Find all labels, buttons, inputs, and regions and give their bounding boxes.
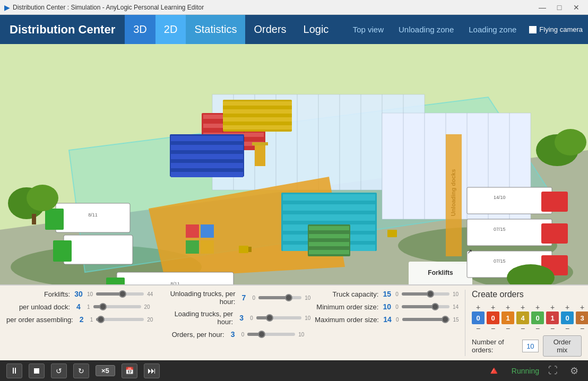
min-order-size-min: 0	[395, 304, 399, 310]
svg-rect-65	[64, 235, 133, 264]
unloading-trucks-min: 0	[252, 295, 255, 301]
svg-text:07/15: 07/15	[494, 258, 506, 264]
color-box-1[interactable]: 0	[487, 311, 499, 324]
minus-btn-3[interactable]: −	[521, 325, 525, 332]
top-view-link[interactable]: Top view	[345, 15, 391, 44]
plus-btn-7[interactable]: +	[580, 304, 584, 311]
orders-per-hour-value: 3	[227, 330, 239, 339]
color-box-0[interactable]: 0	[472, 311, 485, 324]
num-orders-value[interactable]: 10	[522, 340, 538, 352]
plus-btn-4[interactable]: +	[535, 304, 540, 311]
minimize-button[interactable]: —	[535, 2, 550, 13]
minus-btn-2[interactable]: −	[506, 325, 510, 332]
color-box-col-2: + 1 −	[501, 304, 514, 332]
per-unload-dock-value: 4	[72, 302, 85, 311]
svg-rect-36	[171, 136, 243, 141]
svg-rect-38	[171, 154, 243, 159]
loading-trucks-max: 10	[305, 315, 310, 321]
forklifts-slider[interactable]	[96, 292, 144, 296]
max-order-size-max: 15	[453, 317, 459, 323]
tab-3d[interactable]: 3D	[125, 15, 155, 44]
calendar-button[interactable]: 📅	[122, 363, 137, 378]
forward-icon: ⏭	[148, 366, 156, 376]
loading-trucks-value: 3	[235, 314, 248, 322]
orders-panel: Create orders + 0 − + 0 − + 1 − +	[465, 290, 582, 356]
loading-zone-link[interactable]: Loading zone	[461, 15, 524, 44]
stop-button[interactable]: ⏹	[29, 363, 45, 378]
unloading-trucks-value: 7	[237, 293, 250, 302]
minus-btn-1[interactable]: −	[491, 325, 495, 332]
speed-label: ×5	[101, 367, 109, 375]
minus-btn-4[interactable]: −	[535, 325, 540, 332]
order-mix-button[interactable]: Order mix	[543, 335, 582, 357]
plus-btn-3[interactable]: +	[521, 304, 525, 311]
flying-camera-checkbox[interactable]	[529, 26, 537, 33]
svg-rect-45	[283, 214, 375, 221]
speed-button[interactable]: ×5	[96, 365, 115, 376]
tab-logic[interactable]: Logic	[295, 15, 338, 44]
tab-statistics[interactable]: Statistics	[186, 15, 245, 44]
plus-btn-2[interactable]: +	[506, 304, 510, 311]
tab-2d[interactable]: 2D	[155, 15, 186, 44]
close-button[interactable]: ✕	[569, 2, 584, 13]
min-order-size-control: Minimum order size: 10 0 14	[315, 302, 465, 311]
svg-rect-31	[223, 101, 292, 106]
plus-btn-6[interactable]: +	[565, 304, 569, 311]
plus-btn-0[interactable]: +	[476, 304, 480, 311]
unloading-trucks-max: 10	[305, 295, 310, 301]
svg-rect-74	[541, 223, 568, 244]
min-order-size-slider[interactable]	[402, 305, 449, 308]
color-box-col-1: + 0 −	[487, 304, 499, 332]
step-forward-button[interactable]: ↻	[73, 363, 89, 378]
svg-rect-71	[541, 192, 568, 212]
min-order-size-max: 14	[453, 304, 459, 310]
pause-button[interactable]: ⏸	[6, 363, 22, 378]
settings-icon: ⚙	[570, 366, 578, 376]
max-order-size-slider[interactable]	[402, 318, 450, 321]
num-orders-row: Number of orders: 10 Order mix	[472, 335, 582, 357]
color-box-col-7: + 3 −	[576, 304, 588, 332]
orders-per-hour-max: 10	[298, 332, 304, 337]
rewind-button[interactable]: ↺	[51, 363, 67, 378]
per-unload-dock-slider[interactable]	[93, 305, 141, 308]
minus-btn-7[interactable]: −	[580, 325, 584, 332]
unloading-trucks-slider[interactable]	[258, 296, 301, 299]
unloading-zone-link[interactable]: Unloading zone	[391, 15, 461, 44]
color-box-col-6: + 0 −	[561, 304, 574, 332]
color-box-2[interactable]: 1	[501, 311, 514, 324]
truck-capacity-max: 10	[453, 291, 459, 297]
orders-per-hour-slider[interactable]	[247, 333, 295, 336]
color-box-5[interactable]: 1	[546, 311, 559, 324]
color-box-4[interactable]: 0	[531, 311, 544, 324]
forklifts-max: 44	[147, 291, 153, 297]
truck-capacity-slider[interactable]	[402, 292, 449, 296]
forward-button[interactable]: ⏭	[144, 363, 160, 378]
minus-btn-5[interactable]: −	[550, 325, 555, 332]
settings-button[interactable]: ⚙	[567, 363, 582, 378]
minus-btn-0[interactable]: −	[476, 325, 480, 332]
main-viewport[interactable]: Forklifts Unloading docks 8/11 8/11 14/1…	[0, 44, 588, 284]
loading-trucks-slider[interactable]	[256, 316, 301, 319]
app-icon: ▶	[4, 3, 10, 12]
plus-btn-1[interactable]: +	[491, 304, 495, 311]
plus-btn-5[interactable]: +	[550, 304, 555, 311]
running-status: Running	[512, 367, 539, 375]
svg-text:↗: ↗	[467, 248, 472, 255]
tab-orders[interactable]: Orders	[245, 15, 295, 44]
color-box-6[interactable]: 0	[561, 311, 574, 324]
max-order-size-label: Maximum order size:	[315, 316, 379, 324]
maximize-button[interactable]: □	[552, 2, 567, 13]
color-box-3[interactable]: 4	[516, 311, 529, 324]
color-box-col-5: + 1 −	[546, 304, 559, 332]
per-order-assembling-slider[interactable]	[96, 318, 144, 321]
svg-rect-55	[201, 224, 214, 238]
svg-text:8/11: 8/11	[170, 281, 180, 284]
minus-btn-6[interactable]: −	[565, 325, 569, 332]
unloading-trucks-control: Unloading trucks, per hour: 7 0 10	[161, 290, 311, 306]
color-box-7[interactable]: 3	[576, 311, 588, 324]
fullscreen-button[interactable]: ⛶	[546, 363, 560, 378]
warehouse-3d-scene: Forklifts Unloading docks 8/11 8/11 14/1…	[0, 44, 588, 284]
truck-capacity-control: Truck capacity: 15 0 10	[315, 290, 465, 298]
svg-point-89	[555, 129, 586, 155]
orders-per-hour-min: 0	[241, 332, 245, 337]
